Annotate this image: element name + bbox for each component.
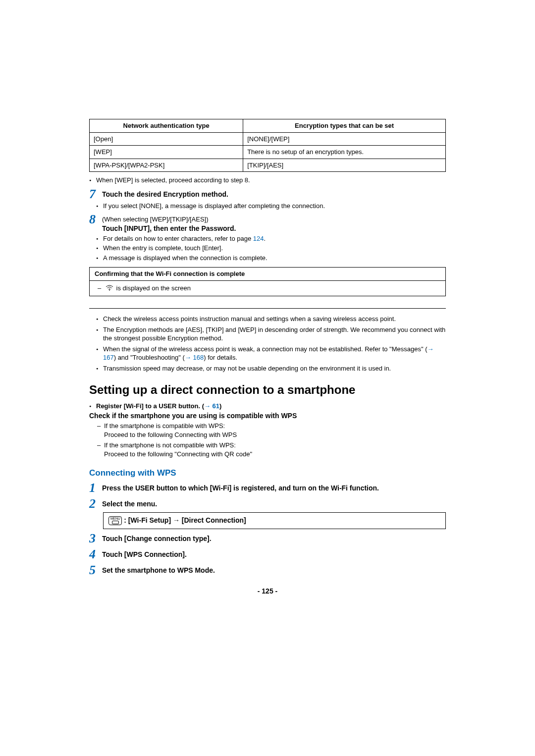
dash-item: If the smartphone is not compatible with…	[97, 441, 446, 450]
register-line: Register [Wi-Fi] to a USER button. (→ 61…	[89, 402, 446, 411]
cell: [WEP]	[90, 146, 243, 159]
note-item: When the signal of the wireless access p…	[89, 345, 446, 362]
step-text: Press the USER button to which [Wi-Fi] i…	[102, 484, 446, 493]
table-row: [WEP] There is no setup of an encryption…	[90, 146, 446, 159]
encryption-table: Network authentication type Encryption t…	[89, 119, 446, 172]
dash-item: If the smartphone is compatible with WPS…	[97, 422, 446, 431]
cell: There is no setup of an encryption types…	[243, 146, 446, 159]
step-bullet: If you select [NONE], a message is displ…	[96, 202, 446, 211]
note-item: Transmission speed may decrease, or may …	[89, 364, 446, 373]
dash-sub: Proceed to the following Connecting with…	[97, 431, 446, 439]
svg-point-0	[109, 289, 110, 290]
confirm-header: Confirming that the Wi-Fi connection is …	[90, 268, 445, 281]
notes-block: Check the wireless access points instruc…	[89, 315, 446, 373]
step-number: 4	[89, 548, 100, 561]
dash-sub: Proceed to the following "Connecting wit…	[97, 450, 446, 459]
step-number: 2	[89, 497, 100, 510]
step-number: 3	[89, 532, 100, 545]
note-item: The Encryption methods are [AES], [TKIP]…	[89, 325, 446, 343]
page-number: - 125 -	[89, 587, 446, 596]
wifi-icon	[106, 284, 113, 293]
step-7: 7 Touch the desired Encryption method.	[89, 188, 446, 201]
page-link[interactable]: 124	[253, 235, 264, 242]
cell: [Open]	[90, 132, 243, 146]
cell: [TKIP]/[AES]	[243, 159, 446, 172]
step-number: 1	[89, 482, 100, 494]
table-row: [WPA-PSK]/[WPA2-PSK] [TKIP]/[AES]	[90, 159, 446, 172]
step-paren: (When selecting [WEP]/[TKIP]/[AES])	[102, 215, 446, 224]
check-title: Check if the smartphone you are using is…	[89, 411, 446, 421]
sub-section-title: Connecting with WPS	[89, 468, 446, 479]
page-link[interactable]: → 168	[185, 354, 204, 361]
note-item: Check the wireless access points instruc…	[89, 315, 446, 324]
section-title: Setting up a direct connection to a smar…	[89, 382, 446, 398]
menu-icon: MENU	[108, 516, 122, 525]
step-2: 2 Select the menu.	[89, 497, 446, 510]
step-title: Touch the desired Encryption method.	[102, 190, 446, 199]
step-number: 7	[89, 188, 100, 201]
step-3: 3 Touch [Change connection type].	[89, 532, 446, 545]
step-5: 5 Set the smartphone to WPS Mode.	[89, 564, 446, 577]
step-bullet: A message is displayed when the connecti…	[96, 254, 446, 263]
divider	[89, 308, 446, 309]
confirm-body: is displayed on the screen	[90, 281, 445, 296]
step-text: Set the smartphone to WPS Mode.	[102, 566, 446, 575]
step-1: 1 Press the USER button to which [Wi-Fi]…	[89, 482, 446, 494]
page-link[interactable]: → 61	[204, 402, 219, 410]
cell: [NONE]/[WEP]	[243, 132, 446, 146]
note-text: When [WEP] is selected, proceed accordin…	[89, 176, 446, 185]
cell: [WPA-PSK]/[WPA2-PSK]	[90, 159, 243, 172]
step-4: 4 Touch [WPS Connection].	[89, 548, 446, 561]
step-bullet: For details on how to enter characters, …	[96, 234, 446, 243]
table-row: [Open] [NONE]/[WEP]	[90, 132, 446, 146]
confirm-box: Confirming that the Wi-Fi connection is …	[89, 267, 446, 296]
step-title: Touch [INPUT], then enter the Password.	[102, 224, 446, 233]
step-number: 5	[89, 564, 100, 577]
arrow-icon: →	[173, 516, 180, 524]
step-number: 8	[89, 213, 100, 226]
step-8: 8 (When selecting [WEP]/[TKIP]/[AES]) To…	[89, 213, 446, 233]
menu-box: MENU : [Wi-Fi Setup] → [Direct Connectio…	[103, 512, 446, 529]
step-bullet: When the entry is complete, touch [Enter…	[96, 244, 446, 253]
table-header-enc: Encryption types that can be set	[243, 119, 446, 133]
step-text: Select the menu.	[102, 499, 446, 509]
step-text: Touch [Change connection type].	[102, 534, 446, 543]
step-text: Touch [WPS Connection].	[102, 550, 446, 559]
table-header-auth: Network authentication type	[90, 119, 243, 133]
